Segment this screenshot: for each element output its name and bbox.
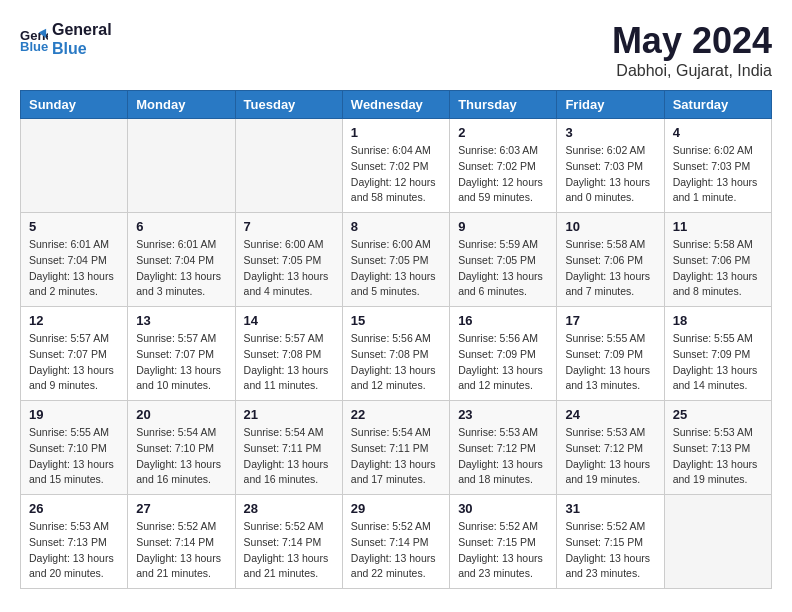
day-info: Sunrise: 5:53 AM Sunset: 7:12 PM Dayligh…: [458, 425, 548, 488]
day-number: 7: [244, 219, 334, 234]
day-number: 28: [244, 501, 334, 516]
day-number: 17: [565, 313, 655, 328]
weekday-header-cell: Sunday: [21, 91, 128, 119]
day-number: 30: [458, 501, 548, 516]
day-info: Sunrise: 5:52 AM Sunset: 7:14 PM Dayligh…: [351, 519, 441, 582]
weekday-header-cell: Tuesday: [235, 91, 342, 119]
day-info: Sunrise: 5:54 AM Sunset: 7:11 PM Dayligh…: [244, 425, 334, 488]
day-number: 22: [351, 407, 441, 422]
weekday-header-cell: Monday: [128, 91, 235, 119]
day-info: Sunrise: 5:52 AM Sunset: 7:14 PM Dayligh…: [244, 519, 334, 582]
calendar-day-cell: 6Sunrise: 6:01 AM Sunset: 7:04 PM Daylig…: [128, 213, 235, 307]
day-info: Sunrise: 6:02 AM Sunset: 7:03 PM Dayligh…: [673, 143, 763, 206]
day-number: 26: [29, 501, 119, 516]
calendar-day-cell: 25Sunrise: 5:53 AM Sunset: 7:13 PM Dayli…: [664, 401, 771, 495]
calendar-day-cell: 22Sunrise: 5:54 AM Sunset: 7:11 PM Dayli…: [342, 401, 449, 495]
calendar-day-cell: 10Sunrise: 5:58 AM Sunset: 7:06 PM Dayli…: [557, 213, 664, 307]
calendar-week-row: 5Sunrise: 6:01 AM Sunset: 7:04 PM Daylig…: [21, 213, 772, 307]
weekday-header-row: SundayMondayTuesdayWednesdayThursdayFrid…: [21, 91, 772, 119]
logo: General Blue General Blue: [20, 20, 112, 58]
day-number: 25: [673, 407, 763, 422]
day-number: 24: [565, 407, 655, 422]
calendar-title: May 2024: [612, 20, 772, 62]
day-number: 29: [351, 501, 441, 516]
calendar-day-cell: 5Sunrise: 6:01 AM Sunset: 7:04 PM Daylig…: [21, 213, 128, 307]
weekday-header-cell: Thursday: [450, 91, 557, 119]
day-number: 27: [136, 501, 226, 516]
day-info: Sunrise: 5:58 AM Sunset: 7:06 PM Dayligh…: [565, 237, 655, 300]
calendar-day-cell: 15Sunrise: 5:56 AM Sunset: 7:08 PM Dayli…: [342, 307, 449, 401]
calendar-subtitle: Dabhoi, Gujarat, India: [612, 62, 772, 80]
calendar-day-cell: 29Sunrise: 5:52 AM Sunset: 7:14 PM Dayli…: [342, 495, 449, 589]
logo-icon: General Blue: [20, 25, 48, 53]
calendar-table: SundayMondayTuesdayWednesdayThursdayFrid…: [20, 90, 772, 589]
title-area: May 2024 Dabhoi, Gujarat, India: [612, 20, 772, 80]
calendar-day-cell: 27Sunrise: 5:52 AM Sunset: 7:14 PM Dayli…: [128, 495, 235, 589]
day-info: Sunrise: 6:01 AM Sunset: 7:04 PM Dayligh…: [29, 237, 119, 300]
calendar-day-cell: 23Sunrise: 5:53 AM Sunset: 7:12 PM Dayli…: [450, 401, 557, 495]
day-number: 13: [136, 313, 226, 328]
calendar-day-cell: 16Sunrise: 5:56 AM Sunset: 7:09 PM Dayli…: [450, 307, 557, 401]
calendar-day-cell: 14Sunrise: 5:57 AM Sunset: 7:08 PM Dayli…: [235, 307, 342, 401]
day-info: Sunrise: 5:52 AM Sunset: 7:15 PM Dayligh…: [458, 519, 548, 582]
calendar-day-cell: 3Sunrise: 6:02 AM Sunset: 7:03 PM Daylig…: [557, 119, 664, 213]
day-number: 12: [29, 313, 119, 328]
day-info: Sunrise: 6:03 AM Sunset: 7:02 PM Dayligh…: [458, 143, 548, 206]
day-number: 3: [565, 125, 655, 140]
day-number: 4: [673, 125, 763, 140]
day-info: Sunrise: 5:54 AM Sunset: 7:11 PM Dayligh…: [351, 425, 441, 488]
day-number: 23: [458, 407, 548, 422]
day-info: Sunrise: 5:53 AM Sunset: 7:13 PM Dayligh…: [673, 425, 763, 488]
day-number: 15: [351, 313, 441, 328]
calendar-day-cell: 20Sunrise: 5:54 AM Sunset: 7:10 PM Dayli…: [128, 401, 235, 495]
calendar-day-cell: 4Sunrise: 6:02 AM Sunset: 7:03 PM Daylig…: [664, 119, 771, 213]
header: General Blue General Blue May 2024 Dabho…: [20, 20, 772, 80]
calendar-day-cell: 8Sunrise: 6:00 AM Sunset: 7:05 PM Daylig…: [342, 213, 449, 307]
day-info: Sunrise: 5:58 AM Sunset: 7:06 PM Dayligh…: [673, 237, 763, 300]
day-number: 1: [351, 125, 441, 140]
day-info: Sunrise: 5:52 AM Sunset: 7:14 PM Dayligh…: [136, 519, 226, 582]
day-info: Sunrise: 6:01 AM Sunset: 7:04 PM Dayligh…: [136, 237, 226, 300]
calendar-week-row: 12Sunrise: 5:57 AM Sunset: 7:07 PM Dayli…: [21, 307, 772, 401]
day-number: 21: [244, 407, 334, 422]
day-info: Sunrise: 5:56 AM Sunset: 7:08 PM Dayligh…: [351, 331, 441, 394]
svg-text:Blue: Blue: [20, 39, 48, 53]
calendar-day-cell: 28Sunrise: 5:52 AM Sunset: 7:14 PM Dayli…: [235, 495, 342, 589]
day-info: Sunrise: 5:53 AM Sunset: 7:12 PM Dayligh…: [565, 425, 655, 488]
day-number: 8: [351, 219, 441, 234]
day-number: 5: [29, 219, 119, 234]
day-number: 2: [458, 125, 548, 140]
calendar-day-cell: 24Sunrise: 5:53 AM Sunset: 7:12 PM Dayli…: [557, 401, 664, 495]
day-number: 6: [136, 219, 226, 234]
day-info: Sunrise: 5:55 AM Sunset: 7:09 PM Dayligh…: [565, 331, 655, 394]
day-info: Sunrise: 5:55 AM Sunset: 7:10 PM Dayligh…: [29, 425, 119, 488]
weekday-header-cell: Wednesday: [342, 91, 449, 119]
calendar-day-cell: 2Sunrise: 6:03 AM Sunset: 7:02 PM Daylig…: [450, 119, 557, 213]
calendar-day-cell: [664, 495, 771, 589]
day-number: 11: [673, 219, 763, 234]
day-info: Sunrise: 6:00 AM Sunset: 7:05 PM Dayligh…: [244, 237, 334, 300]
calendar-day-cell: 18Sunrise: 5:55 AM Sunset: 7:09 PM Dayli…: [664, 307, 771, 401]
day-info: Sunrise: 5:53 AM Sunset: 7:13 PM Dayligh…: [29, 519, 119, 582]
calendar-week-row: 1Sunrise: 6:04 AM Sunset: 7:02 PM Daylig…: [21, 119, 772, 213]
calendar-day-cell: 19Sunrise: 5:55 AM Sunset: 7:10 PM Dayli…: [21, 401, 128, 495]
day-info: Sunrise: 6:04 AM Sunset: 7:02 PM Dayligh…: [351, 143, 441, 206]
day-info: Sunrise: 5:57 AM Sunset: 7:08 PM Dayligh…: [244, 331, 334, 394]
day-number: 18: [673, 313, 763, 328]
calendar-day-cell: 26Sunrise: 5:53 AM Sunset: 7:13 PM Dayli…: [21, 495, 128, 589]
day-number: 16: [458, 313, 548, 328]
day-number: 20: [136, 407, 226, 422]
calendar-week-row: 19Sunrise: 5:55 AM Sunset: 7:10 PM Dayli…: [21, 401, 772, 495]
weekday-header-cell: Friday: [557, 91, 664, 119]
calendar-day-cell: 21Sunrise: 5:54 AM Sunset: 7:11 PM Dayli…: [235, 401, 342, 495]
calendar-day-cell: 12Sunrise: 5:57 AM Sunset: 7:07 PM Dayli…: [21, 307, 128, 401]
day-info: Sunrise: 5:56 AM Sunset: 7:09 PM Dayligh…: [458, 331, 548, 394]
calendar-day-cell: 31Sunrise: 5:52 AM Sunset: 7:15 PM Dayli…: [557, 495, 664, 589]
calendar-day-cell: 13Sunrise: 5:57 AM Sunset: 7:07 PM Dayli…: [128, 307, 235, 401]
weekday-header-cell: Saturday: [664, 91, 771, 119]
day-info: Sunrise: 5:59 AM Sunset: 7:05 PM Dayligh…: [458, 237, 548, 300]
calendar-day-cell: 7Sunrise: 6:00 AM Sunset: 7:05 PM Daylig…: [235, 213, 342, 307]
calendar-day-cell: [235, 119, 342, 213]
day-number: 10: [565, 219, 655, 234]
calendar-week-row: 26Sunrise: 5:53 AM Sunset: 7:13 PM Dayli…: [21, 495, 772, 589]
